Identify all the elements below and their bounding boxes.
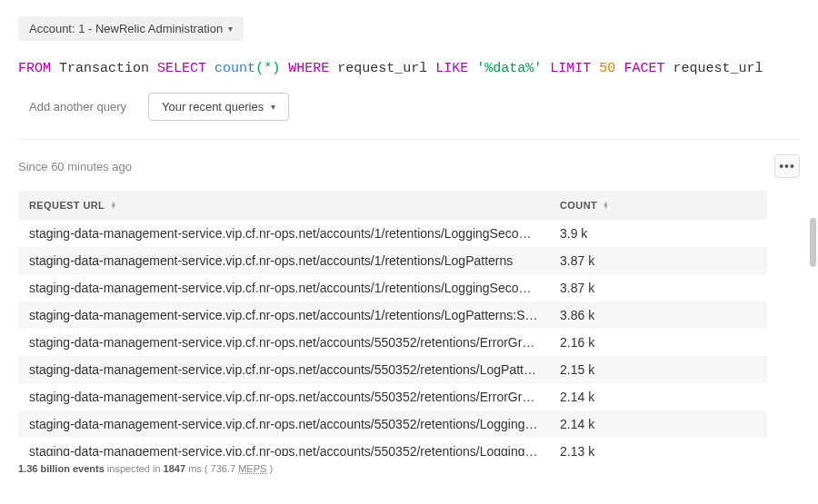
more-actions-button[interactable]: ••• — [774, 154, 800, 178]
recent-queries-label: Your recent queries — [162, 100, 264, 114]
cell-count: 2.13 k — [549, 438, 767, 456]
account-selector[interactable]: Account: 1 - NewRelic Administration ▾ — [18, 16, 244, 41]
table-row[interactable]: staging-data-management-service.vip.cf.n… — [18, 356, 767, 383]
sort-icon: ▲▼ — [110, 202, 116, 209]
cell-count: 3.86 k — [549, 301, 767, 329]
scrollbar-thumb[interactable] — [810, 218, 816, 267]
cell-count: 2.14 k — [549, 383, 767, 410]
cell-request-url: staging-data-management-service.vip.cf.n… — [18, 356, 549, 383]
cell-count: 3.87 k — [549, 247, 767, 274]
results-table: REQUEST URL ▲▼ COUNT ▲▼ staging-data-man… — [18, 191, 767, 456]
since-label: Since 60 minutes ago — [18, 160, 132, 173]
cell-request-url: staging-data-management-service.vip.cf.n… — [18, 410, 549, 438]
table-row[interactable]: staging-data-management-service.vip.cf.n… — [18, 274, 767, 301]
account-label: Account: 1 - NewRelic Administration — [29, 22, 223, 35]
recent-queries-button[interactable]: Your recent queries ▾ — [148, 93, 289, 121]
cell-request-url: staging-data-management-service.vip.cf.n… — [18, 329, 549, 356]
chevron-down-icon: ▾ — [271, 102, 275, 112]
table-row[interactable]: staging-data-management-service.vip.cf.n… — [18, 301, 767, 329]
cell-count: 2.14 k — [549, 410, 767, 438]
table-body: staging-data-management-service.vip.cf.n… — [18, 220, 767, 456]
table-row[interactable]: staging-data-management-service.vip.cf.n… — [18, 247, 767, 274]
table-row[interactable]: staging-data-management-service.vip.cf.n… — [18, 329, 767, 356]
col-header-count[interactable]: COUNT ▲▼ — [549, 191, 767, 220]
cell-request-url: staging-data-management-service.vip.cf.n… — [18, 220, 549, 247]
cell-count: 2.15 k — [549, 356, 767, 383]
results-panel: Since 60 minutes ago ••• REQUEST URL ▲▼ … — [18, 139, 800, 474]
cell-count: 3.87 k — [549, 274, 767, 301]
nrql-query[interactable]: FROM Transaction SELECT count(*) WHERE r… — [18, 61, 800, 76]
cell-request-url: staging-data-management-service.vip.cf.n… — [18, 438, 549, 456]
add-query-button[interactable]: Add another query — [18, 93, 137, 121]
table-row[interactable]: staging-data-management-service.vip.cf.n… — [18, 410, 767, 438]
cell-count: 3.9 k — [549, 220, 767, 247]
cell-request-url: staging-data-management-service.vip.cf.n… — [18, 383, 549, 410]
col-header-request-url[interactable]: REQUEST URL ▲▼ — [18, 191, 549, 220]
cell-request-url: staging-data-management-service.vip.cf.n… — [18, 247, 549, 274]
sort-icon: ▲▼ — [603, 202, 609, 209]
table-row[interactable]: staging-data-management-service.vip.cf.n… — [18, 220, 767, 247]
table-row[interactable]: staging-data-management-service.vip.cf.n… — [18, 438, 767, 456]
cell-request-url: staging-data-management-service.vip.cf.n… — [18, 274, 549, 301]
query-actions: Add another query Your recent queries ▾ — [18, 93, 800, 121]
chevron-down-icon: ▾ — [228, 24, 233, 34]
table-row[interactable]: staging-data-management-service.vip.cf.n… — [18, 383, 767, 410]
ellipsis-icon: ••• — [779, 159, 795, 173]
table-header: REQUEST URL ▲▼ COUNT ▲▼ — [18, 191, 767, 220]
inspection-footer: 1.36 billion events inspected in 1847 ms… — [18, 463, 800, 474]
cell-count: 2.16 k — [549, 329, 767, 356]
cell-request-url: staging-data-management-service.vip.cf.n… — [18, 301, 549, 329]
